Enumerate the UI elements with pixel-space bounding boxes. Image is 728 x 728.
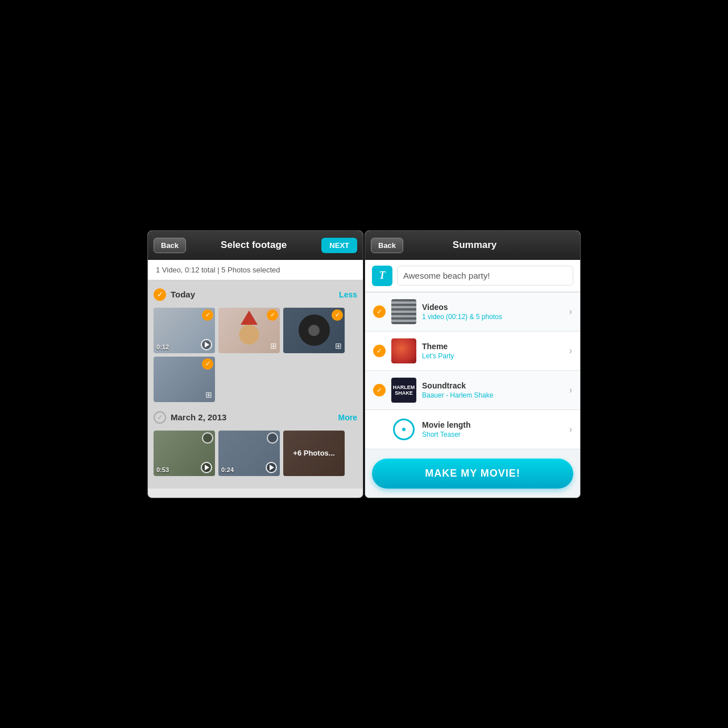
right-phone: Back Summary T ✓ Videos 1 video (00:12) … <box>365 230 581 498</box>
theme-title: Theme <box>422 342 564 351</box>
march-section-header: ✓ March 2, 2013 More <box>154 409 357 426</box>
play-icon-3 <box>266 462 277 473</box>
summary-item-movie-length[interactable]: ✓ Movie length Short Teaser › <box>365 410 580 449</box>
summary-title: Summary <box>403 239 546 251</box>
soundtrack-check: ✓ <box>373 384 386 396</box>
theme-text: Theme Let's Party <box>422 342 564 360</box>
back-button-right[interactable]: Back <box>371 238 403 253</box>
movie-length-chevron: › <box>569 424 572 435</box>
movie-title-input[interactable] <box>397 266 573 286</box>
text-format-icon: T <box>372 266 392 286</box>
today-section-header: ✓ Today Less <box>154 286 357 303</box>
videos-check: ✓ <box>373 305 386 318</box>
thumb-march-video2[interactable]: 0:24 <box>218 431 280 476</box>
summary-item-soundtrack[interactable]: ✓ HARLEM SHAKE Soundtrack Baauer - Harle… <box>365 371 580 410</box>
make-movie-button[interactable]: MAKE MY MOVIE! <box>372 458 573 489</box>
face-shape <box>239 325 259 345</box>
theme-chevron: › <box>569 346 572 356</box>
today-action[interactable]: Less <box>339 290 357 299</box>
thumb-today-photo2[interactable]: ✓ ⊞ <box>283 308 345 353</box>
thumb-today-video[interactable]: ✓ 0:12 <box>154 308 215 353</box>
thumb-march-video1[interactable]: 0:53 <box>154 431 215 476</box>
videos-text: Videos 1 video (00:12) & 5 photos <box>422 303 564 321</box>
summary-list: ✓ Videos 1 video (00:12) & 5 photos › ✓ … <box>365 292 580 449</box>
title-input-area: T <box>365 260 580 292</box>
videos-thumbnail <box>391 299 416 324</box>
make-movie-area: MAKE MY MOVIE! <box>365 449 580 498</box>
thumb-duration-march2: 0:24 <box>221 466 234 473</box>
thumb-duration-video: 0:12 <box>156 344 169 350</box>
movie-length-check: ✓ <box>373 423 386 436</box>
today-label: Today <box>171 289 195 299</box>
timer-icon <box>393 419 415 440</box>
march-thumbnails: 0:53 0:24 +6 Photos... <box>154 431 357 476</box>
thumb-check-photo2: ✓ <box>332 309 343 321</box>
photos-more-label: +6 Photos... <box>283 431 345 476</box>
today-check[interactable]: ✓ <box>154 288 166 301</box>
photo-icon-1: ⊞ <box>270 341 277 350</box>
photo-icon-3: ⊞ <box>205 390 212 399</box>
thumb-today-photo3[interactable]: ✓ ⊞ <box>154 357 215 402</box>
soundtrack-chevron: › <box>569 385 572 395</box>
photo-icon-2: ⊞ <box>335 341 342 350</box>
movie-length-title: Movie length <box>422 420 564 429</box>
theme-icon <box>391 338 416 363</box>
soundtrack-title: Soundtrack <box>422 381 564 390</box>
left-header: Back Select footage NEXT <box>148 231 363 260</box>
soundtrack-thumbnail: HARLEM SHAKE <box>391 378 416 403</box>
soundtrack-subtitle: Baauer - Harlem Shake <box>422 391 564 399</box>
theme-thumbnail <box>391 338 416 363</box>
thumb-today-photo1[interactable]: ✓ ⊞ <box>218 308 280 353</box>
summary-item-videos[interactable]: ✓ Videos 1 video (00:12) & 5 photos › <box>365 292 580 332</box>
videos-subtitle: 1 video (00:12) & 5 photos <box>422 313 564 321</box>
back-button-left[interactable]: Back <box>154 238 186 253</box>
footage-content: ✓ Today Less ✓ 0:12 ✓ <box>148 280 363 489</box>
theme-check: ✓ <box>373 345 386 357</box>
theme-subtitle: Let's Party <box>422 352 564 360</box>
movie-length-text: Movie length Short Teaser <box>422 420 564 439</box>
movie-length-thumbnail <box>391 417 416 442</box>
film-strip-icon <box>391 299 416 324</box>
thumb-check-photo1: ✓ <box>267 309 278 321</box>
thumb-check-march1 <box>202 432 213 444</box>
summary-item-theme[interactable]: ✓ Theme Let's Party › <box>365 332 580 371</box>
thumb-check-march2 <box>267 432 278 444</box>
selection-info: 1 Video, 0:12 total | 5 Photos selected <box>148 260 363 280</box>
march-label: March 2, 2013 <box>171 412 226 422</box>
thumb-check-video: ✓ <box>202 309 213 321</box>
videos-title: Videos <box>422 303 564 312</box>
left-header-title: Select footage <box>186 239 321 251</box>
summary-header: Back Summary <box>365 231 580 260</box>
thumb-duration-march1: 0:53 <box>156 466 169 473</box>
march-check[interactable]: ✓ <box>154 411 166 424</box>
thumb-check-photo3: ✓ <box>202 358 213 370</box>
videos-chevron: › <box>569 307 572 317</box>
next-button[interactable]: NEXT <box>321 238 357 253</box>
play-icon-2 <box>201 462 212 473</box>
soundtrack-text: Soundtrack Baauer - Harlem Shake <box>422 381 564 399</box>
march-action[interactable]: More <box>338 413 357 422</box>
christmas-hat-icon <box>241 311 258 325</box>
left-phone: Back Select footage NEXT 1 Video, 0:12 t… <box>147 230 363 498</box>
thumb-march-more[interactable]: +6 Photos... <box>283 431 345 476</box>
play-icon-1 <box>201 339 212 350</box>
today-thumbnails: ✓ 0:12 ✓ ⊞ <box>154 308 357 402</box>
movie-length-subtitle: Short Teaser <box>422 431 564 439</box>
